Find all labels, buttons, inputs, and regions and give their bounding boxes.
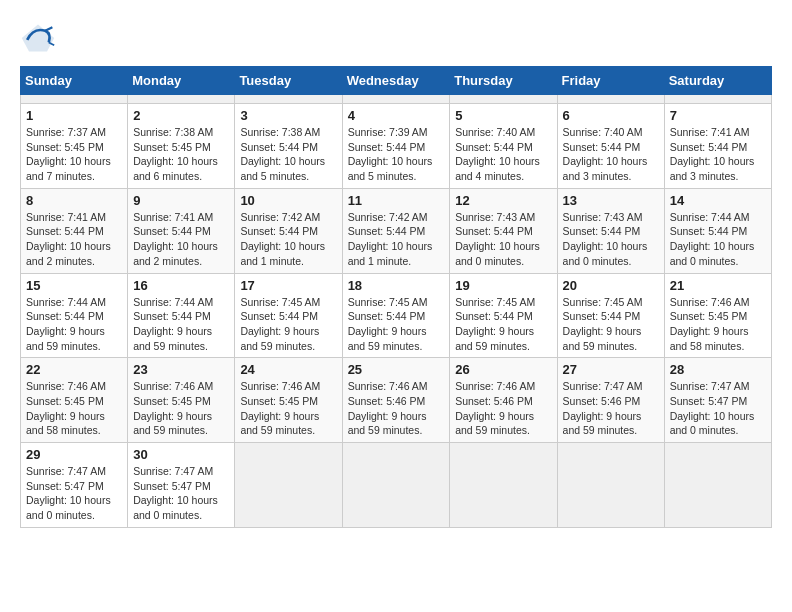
day-number: 1	[26, 108, 122, 123]
calendar-cell	[557, 443, 664, 528]
calendar-cell	[557, 95, 664, 104]
day-number: 24	[240, 362, 336, 377]
day-number: 23	[133, 362, 229, 377]
calendar-cell: 2Sunrise: 7:38 AMSunset: 5:45 PMDaylight…	[128, 104, 235, 189]
calendar-cell: 18Sunrise: 7:45 AMSunset: 5:44 PMDayligh…	[342, 273, 450, 358]
day-info: Sunrise: 7:46 AMSunset: 5:45 PMDaylight:…	[26, 379, 122, 438]
day-number: 25	[348, 362, 445, 377]
day-number: 9	[133, 193, 229, 208]
day-info: Sunrise: 7:43 AMSunset: 5:44 PMDaylight:…	[563, 210, 659, 269]
calendar-cell: 3Sunrise: 7:38 AMSunset: 5:44 PMDaylight…	[235, 104, 342, 189]
day-number: 22	[26, 362, 122, 377]
day-number: 14	[670, 193, 766, 208]
calendar-cell: 4Sunrise: 7:39 AMSunset: 5:44 PMDaylight…	[342, 104, 450, 189]
day-number: 28	[670, 362, 766, 377]
calendar-cell: 29Sunrise: 7:47 AMSunset: 5:47 PMDayligh…	[21, 443, 128, 528]
day-info: Sunrise: 7:44 AMSunset: 5:44 PMDaylight:…	[133, 295, 229, 354]
calendar-cell	[664, 95, 771, 104]
day-info: Sunrise: 7:44 AMSunset: 5:44 PMDaylight:…	[26, 295, 122, 354]
calendar-cell: 25Sunrise: 7:46 AMSunset: 5:46 PMDayligh…	[342, 358, 450, 443]
weekday-header-tuesday: Tuesday	[235, 67, 342, 95]
day-number: 6	[563, 108, 659, 123]
weekday-header-friday: Friday	[557, 67, 664, 95]
calendar-week-row: 22Sunrise: 7:46 AMSunset: 5:45 PMDayligh…	[21, 358, 772, 443]
day-info: Sunrise: 7:38 AMSunset: 5:45 PMDaylight:…	[133, 125, 229, 184]
day-number: 7	[670, 108, 766, 123]
day-info: Sunrise: 7:44 AMSunset: 5:44 PMDaylight:…	[670, 210, 766, 269]
day-info: Sunrise: 7:41 AMSunset: 5:44 PMDaylight:…	[26, 210, 122, 269]
weekday-header-monday: Monday	[128, 67, 235, 95]
day-number: 5	[455, 108, 551, 123]
day-info: Sunrise: 7:37 AMSunset: 5:45 PMDaylight:…	[26, 125, 122, 184]
weekday-header-sunday: Sunday	[21, 67, 128, 95]
calendar-cell: 16Sunrise: 7:44 AMSunset: 5:44 PMDayligh…	[128, 273, 235, 358]
day-number: 30	[133, 447, 229, 462]
day-number: 20	[563, 278, 659, 293]
calendar-cell: 5Sunrise: 7:40 AMSunset: 5:44 PMDaylight…	[450, 104, 557, 189]
weekday-header-row: SundayMondayTuesdayWednesdayThursdayFrid…	[21, 67, 772, 95]
day-number: 19	[455, 278, 551, 293]
calendar-cell: 19Sunrise: 7:45 AMSunset: 5:44 PMDayligh…	[450, 273, 557, 358]
day-info: Sunrise: 7:46 AMSunset: 5:46 PMDaylight:…	[348, 379, 445, 438]
calendar-cell: 6Sunrise: 7:40 AMSunset: 5:44 PMDaylight…	[557, 104, 664, 189]
day-number: 10	[240, 193, 336, 208]
calendar-cell	[450, 443, 557, 528]
day-info: Sunrise: 7:46 AMSunset: 5:46 PMDaylight:…	[455, 379, 551, 438]
calendar-cell	[450, 95, 557, 104]
day-info: Sunrise: 7:42 AMSunset: 5:44 PMDaylight:…	[240, 210, 336, 269]
day-number: 18	[348, 278, 445, 293]
day-number: 3	[240, 108, 336, 123]
day-number: 21	[670, 278, 766, 293]
calendar-week-row: 29Sunrise: 7:47 AMSunset: 5:47 PMDayligh…	[21, 443, 772, 528]
calendar-week-row: 8Sunrise: 7:41 AMSunset: 5:44 PMDaylight…	[21, 188, 772, 273]
calendar-cell: 8Sunrise: 7:41 AMSunset: 5:44 PMDaylight…	[21, 188, 128, 273]
calendar-week-row: 1Sunrise: 7:37 AMSunset: 5:45 PMDaylight…	[21, 104, 772, 189]
day-info: Sunrise: 7:42 AMSunset: 5:44 PMDaylight:…	[348, 210, 445, 269]
logo-icon	[20, 20, 56, 56]
calendar-cell: 22Sunrise: 7:46 AMSunset: 5:45 PMDayligh…	[21, 358, 128, 443]
day-info: Sunrise: 7:43 AMSunset: 5:44 PMDaylight:…	[455, 210, 551, 269]
logo	[20, 20, 62, 56]
calendar-cell: 26Sunrise: 7:46 AMSunset: 5:46 PMDayligh…	[450, 358, 557, 443]
day-info: Sunrise: 7:47 AMSunset: 5:47 PMDaylight:…	[133, 464, 229, 523]
calendar-table: SundayMondayTuesdayWednesdayThursdayFrid…	[20, 66, 772, 528]
calendar-cell: 10Sunrise: 7:42 AMSunset: 5:44 PMDayligh…	[235, 188, 342, 273]
day-info: Sunrise: 7:45 AMSunset: 5:44 PMDaylight:…	[563, 295, 659, 354]
calendar-cell: 7Sunrise: 7:41 AMSunset: 5:44 PMDaylight…	[664, 104, 771, 189]
calendar-cell: 15Sunrise: 7:44 AMSunset: 5:44 PMDayligh…	[21, 273, 128, 358]
day-info: Sunrise: 7:45 AMSunset: 5:44 PMDaylight:…	[455, 295, 551, 354]
day-number: 2	[133, 108, 229, 123]
calendar-cell	[342, 443, 450, 528]
calendar-cell: 28Sunrise: 7:47 AMSunset: 5:47 PMDayligh…	[664, 358, 771, 443]
day-info: Sunrise: 7:38 AMSunset: 5:44 PMDaylight:…	[240, 125, 336, 184]
day-number: 12	[455, 193, 551, 208]
calendar-week-row	[21, 95, 772, 104]
calendar-cell: 17Sunrise: 7:45 AMSunset: 5:44 PMDayligh…	[235, 273, 342, 358]
day-info: Sunrise: 7:40 AMSunset: 5:44 PMDaylight:…	[455, 125, 551, 184]
calendar-cell	[235, 443, 342, 528]
day-number: 8	[26, 193, 122, 208]
calendar-cell	[235, 95, 342, 104]
weekday-header-wednesday: Wednesday	[342, 67, 450, 95]
day-info: Sunrise: 7:47 AMSunset: 5:47 PMDaylight:…	[670, 379, 766, 438]
calendar-cell: 1Sunrise: 7:37 AMSunset: 5:45 PMDaylight…	[21, 104, 128, 189]
day-info: Sunrise: 7:39 AMSunset: 5:44 PMDaylight:…	[348, 125, 445, 184]
calendar-cell: 30Sunrise: 7:47 AMSunset: 5:47 PMDayligh…	[128, 443, 235, 528]
calendar-cell: 9Sunrise: 7:41 AMSunset: 5:44 PMDaylight…	[128, 188, 235, 273]
calendar-cell: 27Sunrise: 7:47 AMSunset: 5:46 PMDayligh…	[557, 358, 664, 443]
calendar-week-row: 15Sunrise: 7:44 AMSunset: 5:44 PMDayligh…	[21, 273, 772, 358]
calendar-cell	[664, 443, 771, 528]
weekday-header-saturday: Saturday	[664, 67, 771, 95]
calendar-cell: 23Sunrise: 7:46 AMSunset: 5:45 PMDayligh…	[128, 358, 235, 443]
calendar-cell	[128, 95, 235, 104]
calendar-cell	[342, 95, 450, 104]
day-number: 15	[26, 278, 122, 293]
calendar-cell: 14Sunrise: 7:44 AMSunset: 5:44 PMDayligh…	[664, 188, 771, 273]
day-info: Sunrise: 7:45 AMSunset: 5:44 PMDaylight:…	[240, 295, 336, 354]
calendar-cell: 11Sunrise: 7:42 AMSunset: 5:44 PMDayligh…	[342, 188, 450, 273]
day-number: 13	[563, 193, 659, 208]
weekday-header-thursday: Thursday	[450, 67, 557, 95]
day-info: Sunrise: 7:47 AMSunset: 5:47 PMDaylight:…	[26, 464, 122, 523]
day-info: Sunrise: 7:47 AMSunset: 5:46 PMDaylight:…	[563, 379, 659, 438]
day-info: Sunrise: 7:46 AMSunset: 5:45 PMDaylight:…	[670, 295, 766, 354]
